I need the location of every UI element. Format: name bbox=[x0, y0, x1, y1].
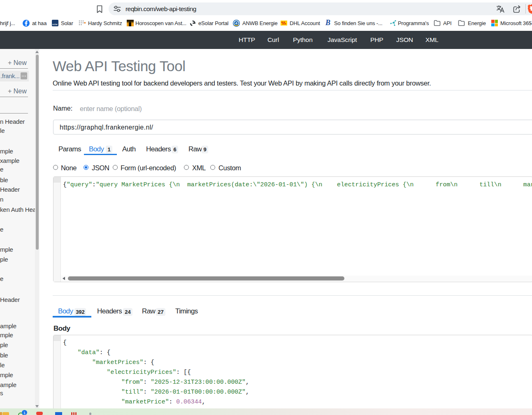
svg-text:a: a bbox=[235, 21, 237, 25]
